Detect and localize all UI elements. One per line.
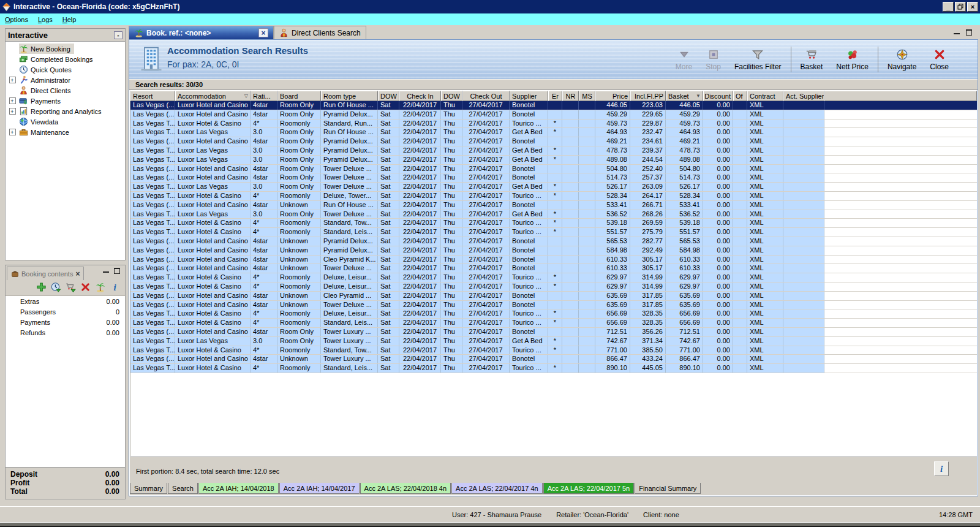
column-header-rating[interactable]: Rati... bbox=[251, 91, 277, 101]
table-row[interactable]: Las Vegas T...Luxor Las Vegas3.0Room Onl… bbox=[130, 337, 977, 346]
maximize-panel-icon[interactable] bbox=[114, 268, 120, 274]
column-header-act_supplier[interactable]: Act. Supplier bbox=[783, 91, 824, 101]
bc-info-button[interactable]: i bbox=[110, 282, 120, 294]
bc-palm-tree-button[interactable] bbox=[95, 282, 105, 294]
expand-icon[interactable]: + bbox=[9, 108, 16, 115]
close-booking-contents-icon[interactable]: × bbox=[75, 271, 80, 277]
booking-contents-tab[interactable]: Booking contents × bbox=[7, 267, 84, 280]
info-button[interactable]: i bbox=[934, 461, 949, 476]
minimize-button[interactable]: _ bbox=[943, 2, 954, 12]
table-row[interactable]: Las Vegas (...Luxor Hotel and Casino4sta… bbox=[130, 328, 977, 337]
table-row[interactable]: Las Vegas T...Luxor Las Vegas3.0Room Onl… bbox=[130, 210, 977, 219]
minimize-view-icon[interactable] bbox=[954, 29, 960, 34]
table-row[interactable]: Las Vegas (...Luxor Hotel and Casino4sta… bbox=[130, 292, 977, 301]
sidebar-item-completed-bookings[interactable]: Completed Bookings bbox=[6, 54, 125, 64]
table-row[interactable]: Las Vegas T...Luxor Hotel & Casino4*Room… bbox=[130, 346, 977, 355]
column-header-dow_in[interactable]: DOW bbox=[378, 91, 399, 101]
column-header-price[interactable]: Price bbox=[595, 91, 630, 101]
table-row[interactable]: Las Vegas (...Luxor Hotel and Casino4sta… bbox=[130, 173, 977, 183]
table-row[interactable]: Las Vegas (...Luxor Hotel and Casino4sta… bbox=[130, 137, 977, 146]
table-row[interactable]: Las Vegas (...Luxor Hotel and Casino4sta… bbox=[130, 110, 977, 119]
table-row[interactable]: Las Vegas T...Luxor Las Vegas3.0Room Onl… bbox=[130, 128, 977, 137]
table-row[interactable]: Las Vegas T...Luxor Hotel & Casino4*Room… bbox=[130, 119, 977, 129]
column-header-contract[interactable]: Contract bbox=[747, 91, 783, 101]
expand-icon[interactable]: + bbox=[9, 97, 16, 104]
expand-icon[interactable]: + bbox=[9, 129, 16, 135]
search-tab-financial-summary[interactable]: Financial Summary bbox=[635, 483, 701, 494]
menu-options[interactable]: Options bbox=[0, 15, 33, 25]
search-tab-acc-2a-las-22-04-2017-5n[interactable]: Acc 2A LAS; 22/04/2017 5n bbox=[543, 483, 635, 494]
close-button[interactable]: × bbox=[967, 2, 978, 12]
search-tab-acc-2a-iah-14-04-2018[interactable]: Acc 2A IAH; 14/04/2018 bbox=[198, 483, 279, 494]
search-tab-acc-2a-iah-14-04-2017[interactable]: Acc 2A IAH; 14/04/2017 bbox=[279, 483, 360, 494]
bc-add-button[interactable] bbox=[36, 282, 47, 294]
column-header-dow_out[interactable]: DOW bbox=[441, 91, 462, 101]
column-header-resort[interactable]: Resort bbox=[130, 91, 175, 101]
maximize-view-icon[interactable] bbox=[966, 29, 972, 36]
column-header-check_out[interactable]: Check Out bbox=[462, 91, 510, 101]
table-row[interactable]: Las Vegas (...Luxor Hotel and Casino4sta… bbox=[130, 246, 977, 256]
table-row[interactable]: Las Vegas T...Luxor Hotel & Casino4*Room… bbox=[130, 319, 977, 328]
sidebar-item-direct-clients[interactable]: Direct Clients bbox=[6, 85, 125, 96]
sidebar-item-administrator[interactable]: +Administrator bbox=[6, 75, 125, 85]
expand-icon[interactable]: + bbox=[9, 77, 16, 83]
sidebar-item-maintenance[interactable]: +Maintenance bbox=[6, 127, 125, 137]
table-row[interactable]: Las Vegas T...Luxor Las Vegas3.0Room Onl… bbox=[130, 156, 977, 165]
table-row[interactable]: Las Vegas T...Luxor Hotel & Casino4*Room… bbox=[130, 228, 977, 237]
sidebar-item-reporting-and-analytics[interactable]: +Reporting and Analytics bbox=[6, 106, 125, 116]
table-row[interactable]: Las Vegas T...Luxor Las Vegas3.0Room Onl… bbox=[130, 146, 977, 156]
sidebar-item-payments[interactable]: +$Payments bbox=[6, 96, 125, 106]
table-row[interactable]: Las Vegas (...Luxor Hotel and Casino4sta… bbox=[130, 256, 977, 265]
column-header-room_type[interactable]: Room type bbox=[321, 91, 378, 101]
table-row[interactable]: Las Vegas (...Luxor Hotel and Casino4sta… bbox=[130, 264, 977, 273]
column-header-of[interactable]: Of bbox=[733, 91, 747, 101]
column-header-incl_fl_pp[interactable]: Incl.Fl.PP bbox=[630, 91, 666, 101]
table-row[interactable]: Las Vegas (...Luxor Hotel and Casino4sta… bbox=[130, 301, 977, 310]
column-header-accommodation[interactable]: Accommodation▽ bbox=[175, 91, 251, 101]
navigate-button[interactable]: Navigate bbox=[881, 48, 923, 71]
tab-direct-clients-search[interactable]: Direct Clients Search bbox=[274, 26, 366, 39]
table-row[interactable]: Las Vegas T...Luxor Hotel & Casino4*Room… bbox=[130, 364, 977, 373]
close-button[interactable]: Close bbox=[923, 48, 956, 71]
search-tab-search[interactable]: Search bbox=[168, 483, 198, 494]
menu-help[interactable]: Help bbox=[58, 15, 81, 25]
minimize-panel-icon[interactable] bbox=[103, 268, 109, 273]
column-header-er[interactable]: Er bbox=[548, 91, 562, 101]
bc-basket-add-button[interactable] bbox=[66, 282, 76, 294]
column-header-discount[interactable]: Discount bbox=[703, 91, 733, 101]
nett-price-button[interactable]: Nett Price bbox=[829, 48, 875, 71]
bc-availability-button[interactable] bbox=[51, 282, 61, 294]
search-tab-summary[interactable]: Summary bbox=[130, 483, 167, 494]
column-header-nr[interactable]: NR bbox=[562, 91, 579, 101]
table-row[interactable]: Las Vegas T...Luxor Hotel & Casino4*Room… bbox=[130, 282, 977, 292]
table-row[interactable]: Las Vegas (...Luxor Hotel and Casino4sta… bbox=[130, 355, 977, 364]
sidebar-item-new-booking[interactable]: New Booking bbox=[6, 44, 125, 54]
table-row[interactable]: Las Vegas (...Luxor Hotel and Casino4sta… bbox=[130, 237, 977, 246]
table-row[interactable]: Las Vegas T...Luxor Hotel & Casino4*Room… bbox=[130, 273, 977, 282]
booking-contents-row[interactable]: Refunds0.00 bbox=[6, 327, 125, 338]
booking-contents-row[interactable]: Extras0.00 bbox=[6, 296, 125, 306]
column-header-board[interactable]: Board bbox=[277, 91, 321, 101]
restore-button[interactable] bbox=[955, 2, 966, 12]
column-header-check_in[interactable]: Check In bbox=[399, 91, 441, 101]
table-row[interactable]: Las Vegas (...Luxor Hotel and Casino4sta… bbox=[130, 201, 977, 210]
collapse-panel-button[interactable]: - bbox=[114, 31, 123, 39]
table-row[interactable]: Las Vegas T...Luxor Las Vegas3.0Room Onl… bbox=[130, 183, 977, 192]
table-row[interactable]: Las Vegas T...Luxor Hotel & Casino4*Room… bbox=[130, 192, 977, 201]
menu-logs[interactable]: Logs bbox=[33, 15, 58, 25]
filter-icon[interactable]: ▽ bbox=[244, 94, 248, 99]
sidebar-item-quick-quotes[interactable]: Quick Quotes bbox=[6, 64, 125, 75]
table-row[interactable]: Las Vegas T...Luxor Hotel & Casino4*Room… bbox=[130, 219, 977, 228]
search-tab-acc-2a-las-22-04-2018-4n[interactable]: Acc 2A LAS; 22/04/2018 4n bbox=[360, 483, 451, 494]
column-header-basket[interactable]: Basket▼ bbox=[666, 91, 703, 101]
table-row[interactable]: Las Vegas (...Luxor Hotel and Casino4sta… bbox=[130, 165, 977, 174]
column-header-supplier[interactable]: Supplier bbox=[510, 91, 548, 101]
column-header-ms[interactable]: MS bbox=[579, 91, 595, 101]
booking-contents-row[interactable]: Passengers0 bbox=[6, 306, 125, 317]
facilities-filter-button[interactable]: Facilities Filter bbox=[728, 48, 788, 71]
booking-contents-row[interactable]: Payments0.00 bbox=[6, 317, 125, 327]
table-row[interactable]: Las Vegas T...Luxor Hotel & Casino4*Room… bbox=[130, 309, 977, 319]
table-row[interactable]: Las Vegas (...Luxor Hotel and Casino4sta… bbox=[130, 101, 977, 110]
close-tab-icon[interactable]: × bbox=[258, 28, 268, 37]
basket-button[interactable]: Basket bbox=[794, 48, 830, 71]
